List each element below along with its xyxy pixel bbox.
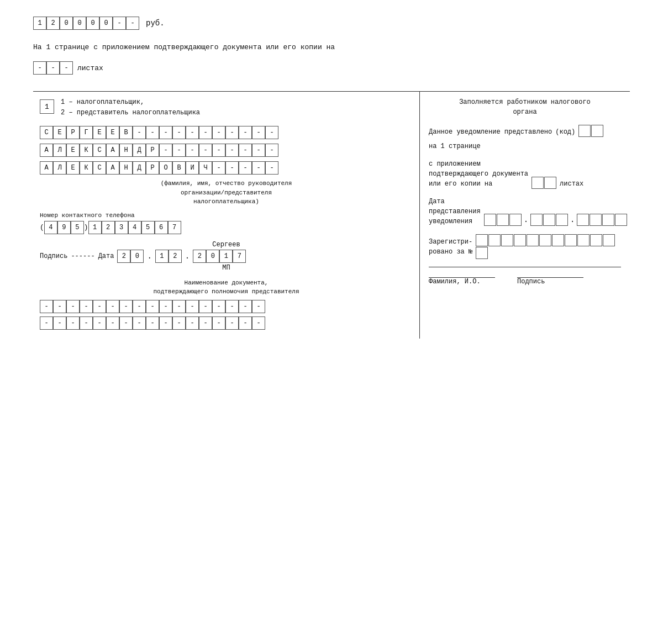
- cell: А: [40, 144, 53, 157]
- cell: -: [159, 126, 172, 139]
- cell: [509, 214, 522, 226]
- cell: 3: [115, 221, 128, 234]
- phone-paren: ): [84, 221, 88, 234]
- cell: [532, 177, 544, 189]
- cell: -: [212, 161, 225, 175]
- date-cells-m: 12: [155, 250, 182, 263]
- lastname-cells: СЕРГЕЕВ-----------: [40, 126, 278, 139]
- cell: [602, 214, 614, 226]
- signatory-num: 1: [40, 99, 54, 114]
- phone-row: (495)1234567: [40, 221, 413, 234]
- cell: -: [252, 316, 265, 330]
- cell: 1: [88, 221, 102, 234]
- sheets-cells: ---: [33, 61, 73, 75]
- cell: -: [40, 300, 53, 313]
- cell: Е: [93, 126, 106, 139]
- cell: -: [172, 316, 186, 330]
- cell: -: [252, 126, 265, 139]
- sig-label: Подпись: [40, 252, 67, 260]
- cell: -: [66, 316, 80, 330]
- cell: [556, 214, 568, 226]
- cell: Д: [133, 144, 146, 157]
- cell: -: [159, 316, 172, 330]
- doc-name-line1: Наименование документа,: [40, 278, 413, 288]
- middlename-cells: АЛЕКСАНДРОВИЧ-----: [40, 161, 278, 175]
- cell: 4: [128, 221, 141, 234]
- date-label: Дата: [98, 252, 114, 260]
- cell: 5: [71, 221, 84, 234]
- date-cells-y: 2017: [193, 250, 246, 263]
- sig-dashes: ------: [71, 252, 94, 260]
- date-fields: . .: [484, 213, 628, 226]
- cell: И: [186, 161, 199, 175]
- cell: -: [225, 161, 239, 175]
- right-header: Заполняется работником налогового органа: [429, 97, 621, 117]
- cell: [476, 247, 488, 259]
- cell: [501, 234, 513, 246]
- cell: -: [46, 61, 60, 75]
- cell: 0: [60, 17, 73, 30]
- cell: А: [40, 161, 53, 175]
- middlename-row: АЛЕКСАНДРОВИЧ-----: [40, 161, 413, 175]
- bottom-sig-sign: Подпись: [517, 270, 583, 286]
- lastname-label: Фамилия, И.О.: [429, 278, 481, 286]
- right-dot1: .: [524, 213, 528, 226]
- sheets-row: --- листах: [33, 61, 630, 75]
- attachment-line2: подтверждающего документа: [429, 169, 528, 179]
- cell: -: [133, 126, 146, 139]
- cell: 9: [57, 221, 71, 234]
- cell: [527, 234, 539, 246]
- fio-desc-line1: (фамилия, имя, отчество руководителя: [40, 179, 413, 188]
- cell: Р: [146, 161, 159, 175]
- cell: 0: [130, 250, 144, 263]
- cell: 7: [168, 221, 181, 234]
- cell: 2: [102, 221, 115, 234]
- cell: -: [199, 316, 212, 330]
- fio-desc-line3: налогоплательщика): [40, 197, 413, 207]
- sign-label: Подпись: [517, 278, 545, 286]
- phone-paren: (: [40, 221, 44, 234]
- date-label-line2: представления: [429, 207, 481, 217]
- cell: О: [159, 161, 172, 175]
- cell: 6: [155, 221, 168, 234]
- cell: С: [93, 161, 106, 175]
- cell: -: [225, 144, 239, 157]
- cell: -: [225, 126, 239, 139]
- reg-label-line1: Зарегистри-: [429, 237, 472, 247]
- cell: Д: [133, 161, 146, 175]
- cell: В: [119, 126, 133, 139]
- cell: -: [186, 126, 199, 139]
- notification-label: Данное уведомление представлено: [429, 127, 552, 137]
- dot-sep-2: .: [185, 250, 190, 263]
- cell: -: [172, 126, 186, 139]
- right-header-line2: органа: [429, 107, 621, 117]
- bottom-sigs: Фамилия, И.О. Подпись: [429, 267, 621, 286]
- cell: 2: [193, 250, 206, 263]
- cell: [565, 234, 577, 246]
- cell: -: [106, 300, 119, 313]
- cell: -: [239, 126, 252, 139]
- cell: 1: [155, 250, 169, 263]
- cell: [530, 214, 543, 226]
- cell: -: [186, 300, 199, 313]
- cell: -: [33, 61, 46, 75]
- cell: К: [80, 161, 93, 175]
- cell: Е: [53, 126, 66, 139]
- cell: А: [106, 161, 119, 175]
- cell: 2: [46, 17, 60, 30]
- cell: [578, 125, 591, 137]
- notification-code-cells: [578, 125, 603, 137]
- attachment-inline: с приложением подтверждающего документа …: [429, 159, 621, 189]
- attachment-cells: [532, 177, 556, 189]
- phone-cells: (495)1234567: [40, 221, 181, 234]
- doc-name-label: Наименование документа, подтверждающего …: [40, 278, 413, 297]
- cell: [544, 177, 556, 189]
- cell: Е: [66, 144, 80, 157]
- cell: -: [119, 300, 133, 313]
- cell: Р: [66, 126, 80, 139]
- left-column: 1 1 – налогоплательщик, 2 – представител…: [33, 92, 420, 339]
- doc-name-line2: подтверждающего полномочия представителя: [40, 287, 413, 297]
- cell: -: [265, 144, 278, 157]
- cell: -: [146, 126, 159, 139]
- cell: -: [212, 126, 225, 139]
